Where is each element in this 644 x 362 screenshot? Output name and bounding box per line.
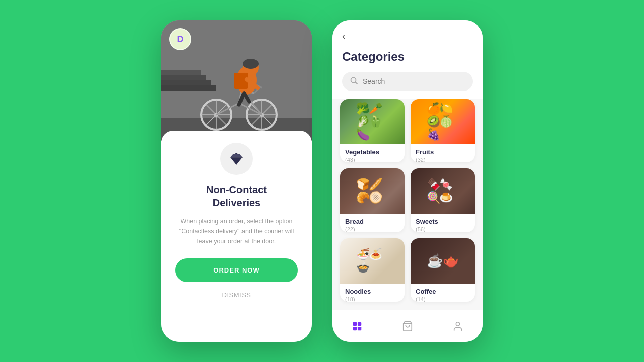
- profile-icon: [452, 321, 463, 332]
- category-image-vegetables: [340, 99, 405, 144]
- category-info: Fruits (32): [411, 144, 475, 162]
- category-card-fruits[interactable]: Fruits (32): [411, 99, 475, 162]
- card-description: When placing an order, select the option…: [175, 216, 298, 246]
- category-info: Coffee (14): [411, 284, 475, 302]
- category-info: Sweets (56): [411, 214, 475, 232]
- order-now-button[interactable]: ORDER NOW: [175, 258, 298, 282]
- category-count: (56): [416, 226, 470, 232]
- cart-icon: [402, 321, 413, 332]
- svg-point-40: [456, 322, 459, 325]
- avatar: D: [169, 28, 191, 50]
- category-info: Vegetables (43): [340, 144, 405, 162]
- category-count: (22): [345, 226, 399, 232]
- category-card-noodles[interactable]: Noodles (18): [340, 238, 405, 302]
- svg-rect-37: [353, 326, 357, 330]
- category-name: Bread: [345, 218, 399, 225]
- category-card-sweets[interactable]: Sweets (56): [411, 168, 475, 232]
- nav-item-cart[interactable]: [396, 315, 419, 337]
- category-image-coffee: [411, 238, 475, 284]
- category-card-vegetables[interactable]: Vegetables (43): [340, 99, 405, 162]
- category-image-sweets: [411, 168, 475, 214]
- category-name: Noodles: [345, 288, 399, 295]
- category-name: Vegetables: [345, 148, 399, 156]
- category-count: (43): [345, 157, 399, 162]
- category-card-bread[interactable]: Bread (22): [340, 168, 405, 232]
- category-name: Coffee: [416, 288, 470, 295]
- nav-item-profile[interactable]: [447, 315, 469, 337]
- category-image-noodles: [340, 238, 405, 284]
- category-name: Fruits: [416, 148, 470, 156]
- diamond-icon: [228, 151, 245, 167]
- svg-line-34: [356, 82, 358, 84]
- category-image-fruits: [411, 99, 475, 144]
- left-phone: D: [161, 20, 312, 342]
- svg-rect-3: [161, 80, 211, 85]
- categories-screen: ‹ Categories Vegetables (43): [332, 20, 483, 342]
- svg-rect-35: [353, 322, 357, 325]
- svg-rect-4: [161, 85, 216, 90]
- grid-icon: [352, 321, 363, 332]
- icon-circle: [220, 143, 253, 175]
- dismiss-button[interactable]: DISMISS: [220, 289, 253, 301]
- svg-rect-36: [358, 322, 361, 325]
- search-input[interactable]: [363, 77, 465, 85]
- svg-rect-38: [358, 326, 361, 330]
- nav-item-grid[interactable]: [346, 315, 368, 337]
- svg-rect-1: [161, 70, 201, 75]
- category-name: Sweets: [416, 218, 470, 225]
- bottom-navigation: [332, 310, 483, 342]
- category-card-coffee[interactable]: Coffee (14): [411, 238, 475, 302]
- card-content: Non-ContactDeliveries When placing an or…: [161, 131, 312, 342]
- search-icon: [350, 77, 358, 86]
- category-info: Noodles (18): [340, 284, 405, 302]
- category-count: (32): [416, 157, 470, 162]
- category-info: Bread (22): [340, 214, 405, 232]
- back-button[interactable]: ‹: [342, 30, 346, 46]
- card-title: Non-ContactDeliveries: [206, 183, 267, 209]
- categories-grid: Vegetables (43) Fruits (32) Bread (22): [332, 99, 483, 342]
- top-bar: ‹ Categories: [332, 20, 483, 99]
- hero-image: D: [161, 20, 312, 141]
- page-title: Categories: [342, 46, 473, 72]
- category-count: (18): [345, 296, 399, 302]
- category-count: (14): [416, 296, 470, 302]
- svg-rect-2: [161, 75, 206, 80]
- right-phone: ‹ Categories Vegetables (43): [332, 20, 483, 342]
- search-bar: [342, 72, 473, 91]
- svg-point-27: [243, 59, 259, 69]
- category-image-bread: [340, 168, 405, 214]
